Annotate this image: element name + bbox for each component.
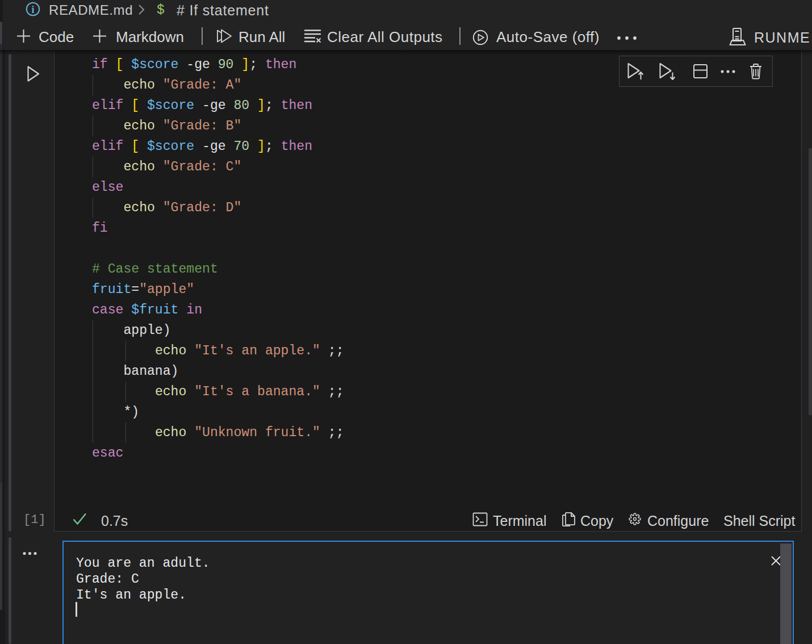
svg-text:i: i [31,4,34,15]
